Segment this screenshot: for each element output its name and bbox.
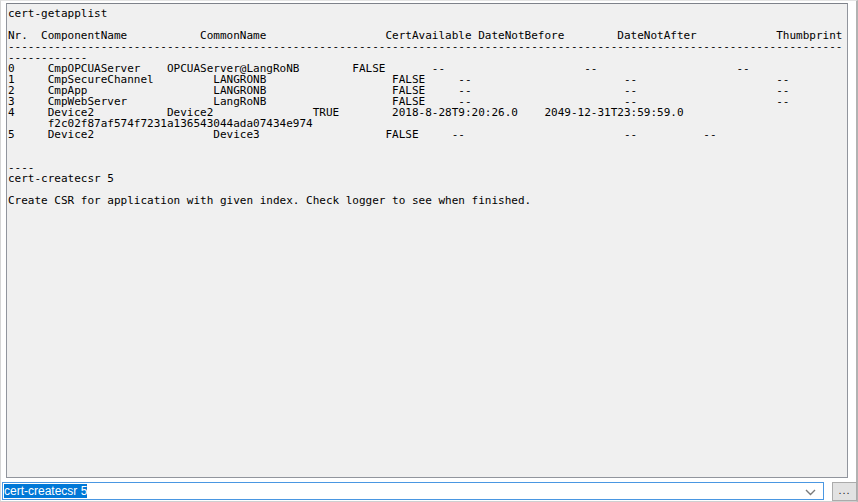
console-text: cert-getapplist Nr. ComponentName Common… — [7, 4, 847, 206]
command-input-value: cert-createcsr 5 — [4, 484, 87, 498]
console-output[interactable]: cert-getapplist Nr. ComponentName Common… — [6, 3, 848, 478]
more-button[interactable]: ... — [832, 482, 857, 501]
chevron-down-icon[interactable] — [805, 489, 816, 496]
shell-window: cert-getapplist Nr. ComponentName Common… — [0, 0, 858, 502]
command-input[interactable]: cert-createcsr 5 — [2, 482, 824, 500]
